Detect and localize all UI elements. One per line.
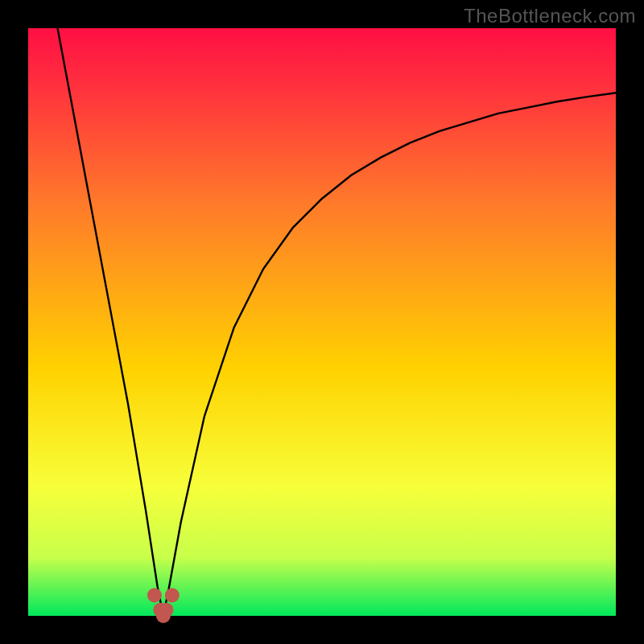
chart-frame: TheBottleneck.com [0,0,644,644]
watermark-text: TheBottleneck.com [464,5,636,27]
optimal-marker [147,588,162,602]
optimal-marker [165,588,180,602]
optimal-marker [159,603,174,617]
bottleneck-chart [0,0,644,644]
plot-background [28,28,616,616]
